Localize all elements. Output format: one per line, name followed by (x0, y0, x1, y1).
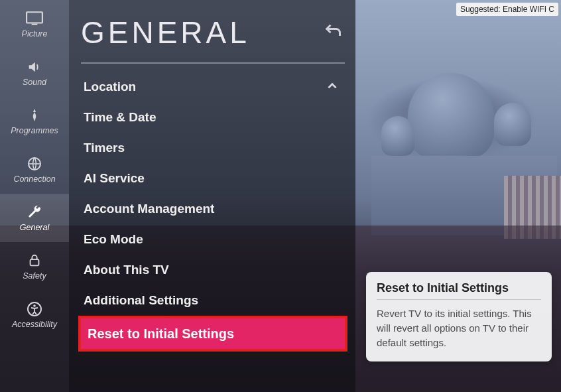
menu-item-timers[interactable]: Timers (81, 133, 345, 163)
menu-item-label: AI Service (84, 171, 145, 186)
lock-icon (25, 253, 44, 269)
background-image (408, 73, 494, 159)
back-button[interactable] (321, 21, 345, 44)
menu-item-location[interactable]: Location (81, 72, 345, 102)
panel-title: GENERAL (81, 15, 250, 50)
sound-icon (25, 59, 44, 75)
menu-item-label: Time & Date (84, 110, 156, 125)
menu-item-eco-mode[interactable]: Eco Mode (81, 224, 345, 255)
rail-item-picture[interactable]: Picture (0, 0, 69, 48)
back-icon (324, 22, 342, 43)
svg-rect-3 (31, 259, 39, 265)
tooltip-body: Revert TV to its initial settings. This … (377, 306, 541, 350)
connection-icon (25, 156, 44, 172)
menu-item-label: Additional Settings (84, 293, 198, 308)
menu-item-label: Eco Mode (84, 232, 143, 247)
rail-label: Sound (23, 78, 46, 87)
menu-item-label: About This TV (84, 263, 169, 277)
tooltip-title: Reset to Initial Settings (377, 281, 541, 295)
menu-item-reset-to-initial-settings[interactable]: Reset to Initial Settings (78, 316, 347, 352)
menu-item-label: Account Management (84, 202, 214, 216)
rail-item-programmes[interactable]: Programmes (0, 97, 69, 145)
tv-settings-screen: Suggested: Enable WIFI C Picture Sound P… (0, 0, 561, 392)
menu-item-label: Location (84, 80, 136, 94)
settings-category-rail: Picture Sound Programmes Connection Gene (0, 0, 69, 392)
background-image (494, 103, 531, 146)
menu-item-label: Reset to Initial Settings (88, 326, 234, 342)
rail-label: Programmes (11, 126, 58, 135)
general-settings-panel: GENERAL Location Time & Date Timers AI S… (69, 0, 355, 392)
suggestion-banner[interactable]: Suggested: Enable WIFI C (456, 3, 558, 16)
menu-item-time-date[interactable]: Time & Date (81, 102, 345, 133)
svg-rect-0 (27, 12, 42, 23)
rail-item-accessibility[interactable]: Accessibility (0, 291, 69, 339)
chevron-up-icon (326, 80, 338, 95)
menu-item-additional-settings[interactable]: Additional Settings (81, 285, 345, 316)
divider (81, 62, 345, 64)
rail-label: Accessibility (12, 320, 57, 329)
suggestion-text: Suggested: Enable WIFI C (460, 5, 554, 14)
svg-point-5 (33, 304, 36, 307)
rail-item-safety[interactable]: Safety (0, 242, 69, 291)
rail-item-sound[interactable]: Sound (0, 48, 69, 97)
svg-rect-1 (32, 23, 38, 25)
rail-label: General (20, 223, 49, 232)
help-tooltip: Reset to Initial Settings Revert TV to i… (366, 272, 552, 361)
menu-item-ai-service[interactable]: AI Service (81, 163, 345, 194)
programmes-icon (25, 107, 44, 123)
rail-item-general[interactable]: General (0, 194, 69, 242)
rail-label: Safety (23, 271, 46, 281)
menu-item-about-this-tv[interactable]: About This TV (81, 255, 345, 285)
background-image (381, 116, 414, 156)
divider (377, 299, 541, 300)
panel-header: GENERAL (81, 5, 345, 60)
accessibility-icon (25, 301, 44, 317)
wrench-icon (25, 204, 44, 220)
menu-item-label: Timers (84, 141, 125, 155)
rail-label: Picture (22, 29, 48, 38)
rail-label: Connection (13, 174, 55, 184)
picture-icon (25, 11, 44, 27)
menu-item-account-management[interactable]: Account Management (81, 194, 345, 224)
rail-item-connection[interactable]: Connection (0, 145, 69, 194)
